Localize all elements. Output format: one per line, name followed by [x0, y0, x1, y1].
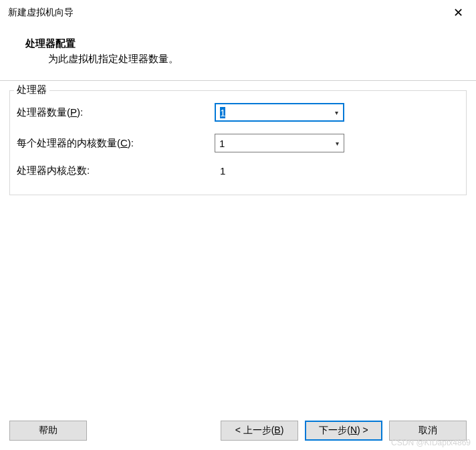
row-processor-count: 处理器数量(P): 1 ▾: [15, 103, 461, 122]
total-cores-value: 1: [215, 165, 225, 177]
cancel-button[interactable]: 取消: [389, 421, 467, 441]
page-subtitle: 为此虚拟机指定处理器数量。: [0, 53, 476, 66]
label-total-cores: 处理器内核总数:: [15, 164, 215, 177]
row-total-cores: 处理器内核总数: 1: [15, 164, 461, 177]
processor-count-value: 1: [216, 107, 330, 118]
group-legend: 处理器: [14, 84, 49, 96]
wizard-header: 处理器配置 为此虚拟机指定处理器数量。: [0, 25, 476, 80]
button-bar: 帮助 < 上一步(B) 下一步(N) > 取消: [0, 421, 476, 441]
page-title: 处理器配置: [0, 37, 476, 50]
label-cores-per-processor: 每个处理器的内核数量(C):: [15, 137, 215, 150]
processor-count-combobox[interactable]: 1 ▾: [215, 103, 344, 122]
back-button[interactable]: < 上一步(B): [221, 421, 298, 441]
processor-group: 处理器 处理器数量(P): 1 ▾ 每个处理器的内核数量(C): 1 ▾ 处理器…: [9, 90, 467, 195]
label-processor-count: 处理器数量(P):: [15, 106, 215, 119]
help-button[interactable]: 帮助: [9, 421, 87, 441]
cores-per-processor-combobox[interactable]: 1 ▾: [215, 134, 344, 152]
titlebar: 新建虚拟机向导 ✕: [0, 0, 476, 25]
next-button[interactable]: 下一步(N) >: [305, 421, 382, 441]
window-title: 新建虚拟机向导: [8, 7, 74, 19]
content-area: 处理器 处理器数量(P): 1 ▾ 每个处理器的内核数量(C): 1 ▾ 处理器…: [0, 81, 476, 195]
chevron-down-icon: ▾: [330, 140, 344, 147]
row-cores-per-processor: 每个处理器的内核数量(C): 1 ▾: [15, 134, 461, 152]
chevron-down-icon: ▾: [330, 109, 343, 116]
close-icon[interactable]: ✕: [448, 5, 468, 20]
cores-per-processor-value: 1: [215, 138, 330, 149]
